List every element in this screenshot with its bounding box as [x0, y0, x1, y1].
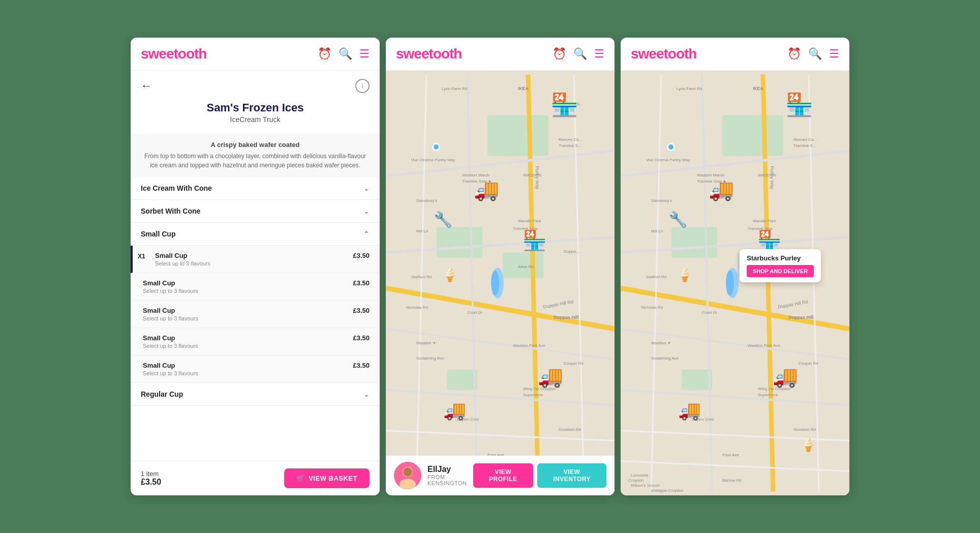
svg-text:Duppas Hill Rd: Duppas Hill Rd: [778, 299, 809, 309]
svg-text:Purley Way: Purley Way: [535, 166, 540, 190]
item-details: Small Cup Select up to 3 flavours: [141, 279, 353, 294]
menu-item[interactable]: X1 Small Cup Select up to 3 flavours £3.…: [131, 246, 380, 273]
item-subtitle: Select up to 3 flavours: [143, 370, 353, 376]
history-icon[interactable]: ⏰: [318, 47, 331, 61]
menu-icon[interactable]: ☰: [359, 47, 370, 61]
app-logo: sweetooth: [631, 46, 696, 62]
profile-bar: EllJay FROM KENSINGTON VIEW PROFILE VIEW…: [386, 456, 615, 495]
svg-line-5: [386, 288, 615, 329]
menu-item[interactable]: Small Cup Select up to 3 flavours £3.50: [131, 273, 380, 301]
svg-text:Alton Rd: Alton Rd: [518, 264, 534, 269]
svg-line-14: [386, 431, 615, 441]
category-ice-cream-cone[interactable]: Ice Cream With Cone ⌄: [131, 177, 380, 200]
svg-text:Waddon Park Ave: Waddon Park Ave: [748, 343, 780, 348]
view-basket-button[interactable]: 🛒 VIEW BASKET: [284, 468, 370, 488]
svg-line-10: [386, 329, 615, 360]
user-location-marker-2: [667, 143, 675, 151]
tool-marker-1[interactable]: 🔧: [434, 211, 452, 228]
svg-text:Lucozade: Lucozade: [631, 473, 649, 478]
truck-marker-4[interactable]: 🚚: [709, 177, 734, 201]
vendor-description: A crispy baked wafer coated From top to …: [131, 134, 380, 177]
svg-line-12: [416, 75, 426, 492]
svg-text:Lyon Farm Rd: Lyon Farm Rd: [442, 86, 467, 91]
shop-marker-1[interactable]: 🏪: [550, 92, 578, 118]
category-small-cup[interactable]: Small Cup ⌃: [131, 223, 380, 246]
svg-rect-0: [386, 75, 615, 492]
svg-text:IKEA: IKEA: [753, 86, 763, 91]
shop-marker-4[interactable]: 🏪: [757, 229, 781, 252]
svg-rect-57: [671, 227, 717, 258]
item-details: Small Cup Select up to 3 flavours: [141, 334, 353, 349]
svg-line-6: [528, 75, 538, 492]
shop-marker-3[interactable]: 🏪: [785, 92, 813, 118]
view-inventory-button[interactable]: VIEW INVENTORY: [537, 463, 606, 488]
search-icon[interactable]: 🔍: [808, 47, 822, 61]
bottom-bar: 1 item £3.50 🛒 VIEW BASKET: [131, 461, 380, 495]
svg-text:Goodwin Rd: Goodwin Rd: [559, 427, 581, 432]
map-container-2[interactable]: Purley Way Stafford Rd Duppas Hill Rd Wa…: [621, 71, 849, 495]
svg-text:Foss Ave: Foss Ave: [722, 453, 739, 457]
back-button[interactable]: ←: [141, 79, 152, 93]
item-subtitle: Select up to 3 flavours: [143, 315, 353, 321]
basket-count: 1 item: [141, 470, 161, 478]
info-button[interactable]: i: [355, 79, 370, 93]
menu-icon[interactable]: ☰: [829, 47, 839, 61]
category-regular-cup[interactable]: Regular Cup ⌄: [131, 383, 380, 406]
svg-text:Superstore: Superstore: [758, 393, 778, 397]
search-icon[interactable]: 🔍: [339, 47, 352, 61]
item-details: Small Cup Select up to 3 flavours: [143, 252, 353, 266]
item-price: £3.50: [353, 362, 370, 369]
shop-marker-2[interactable]: 🏪: [523, 229, 546, 252]
history-icon[interactable]: ⏰: [553, 47, 566, 61]
svg-text:WADDON: WADDON: [523, 173, 541, 177]
ice-cream-marker[interactable]: 🍦: [800, 436, 816, 452]
chevron-down-icon: ⌄: [363, 390, 370, 398]
menu-item[interactable]: Small Cup Select up to 3 flavours £3.50: [131, 301, 380, 328]
item-price: £3.50: [353, 334, 370, 342]
app-header: sweetooth ⏰ 🔍 ☰: [386, 38, 615, 71]
history-icon[interactable]: ⏰: [787, 47, 801, 61]
svg-text:Duppas Hill: Duppas Hill: [788, 315, 814, 320]
truck-marker-6[interactable]: 🚚: [678, 400, 701, 421]
search-icon[interactable]: 🔍: [573, 47, 587, 61]
svg-rect-56: [722, 115, 783, 156]
svg-text:Wandle Park: Wandle Park: [518, 219, 542, 223]
svg-text:Stafford Rd: Stafford Rd: [646, 275, 666, 279]
svg-text:Waddon Marsh: Waddon Marsh: [462, 173, 489, 177]
shop-deliver-button[interactable]: SHOP AND DELIVER: [747, 265, 814, 277]
menu-item[interactable]: Small Cup Select up to 3 flavours £3.50: [131, 328, 380, 356]
category-sorbet-cone[interactable]: Sorbet With Cone ⌄: [131, 200, 380, 223]
vendor-type: IceCream Truck: [141, 115, 370, 124]
tool-marker-4[interactable]: 🍦: [677, 266, 693, 282]
map-screen: sweetooth ⏰ 🔍 ☰: [386, 38, 615, 495]
svg-text:Waddon Park Ave: Waddon Park Ave: [513, 343, 545, 348]
tool-marker-2[interactable]: 🍦: [442, 266, 458, 282]
item-subtitle: Select up to 3 flavours: [155, 260, 353, 266]
svg-text:Duppas Hill: Duppas Hill: [554, 315, 579, 320]
menu-categories: Ice Cream With Cone ⌄ Sorbet With Cone ⌄…: [131, 177, 380, 461]
menu-icon[interactable]: ☰: [594, 47, 604, 61]
truck-marker-5[interactable]: 🚚: [773, 365, 798, 389]
truck-marker-3[interactable]: 🚚: [443, 400, 466, 421]
truck-marker-1[interactable]: 🚚: [474, 177, 499, 201]
item-price: £3.50: [353, 279, 370, 287]
map-screen-popup: sweetooth ⏰ 🔍 ☰: [621, 38, 849, 495]
item-name: Small Cup: [155, 252, 353, 259]
svg-text:Wandle Park: Wandle Park: [753, 219, 777, 223]
svg-text:Goodwin Rd: Goodwin Rd: [793, 427, 816, 432]
menu-item[interactable]: Small Cup Select up to 3 flavours £3.50: [131, 356, 380, 383]
svg-text:Godalming Ave: Godalming Ave: [416, 356, 444, 361]
svg-line-9: [467, 75, 477, 492]
map-container[interactable]: Purley Way Stafford Rd Duppas Hill Rd Wa…: [386, 71, 615, 495]
small-cup-items: X1 Small Cup Select up to 3 flavours £3.…: [131, 246, 380, 383]
tool-marker-3[interactable]: 🔧: [668, 211, 687, 228]
svg-text:Mill Ln: Mill Ln: [416, 229, 428, 233]
view-basket-label: VIEW BASKET: [309, 475, 357, 482]
view-profile-button[interactable]: VIEW PROFILE: [473, 463, 534, 488]
svg-rect-3: [503, 253, 543, 278]
menu-screen: sweetooth ⏰ 🔍 ☰ ← i Sam's Frozen Ices Ic…: [131, 38, 380, 495]
svg-text:Cooper Rd: Cooper Rd: [564, 361, 584, 366]
truck-marker-2[interactable]: 🚚: [538, 365, 563, 389]
svg-text:Lyon Farm Rd: Lyon Farm Rd: [677, 86, 702, 91]
app-logo: sweetooth: [141, 46, 206, 62]
